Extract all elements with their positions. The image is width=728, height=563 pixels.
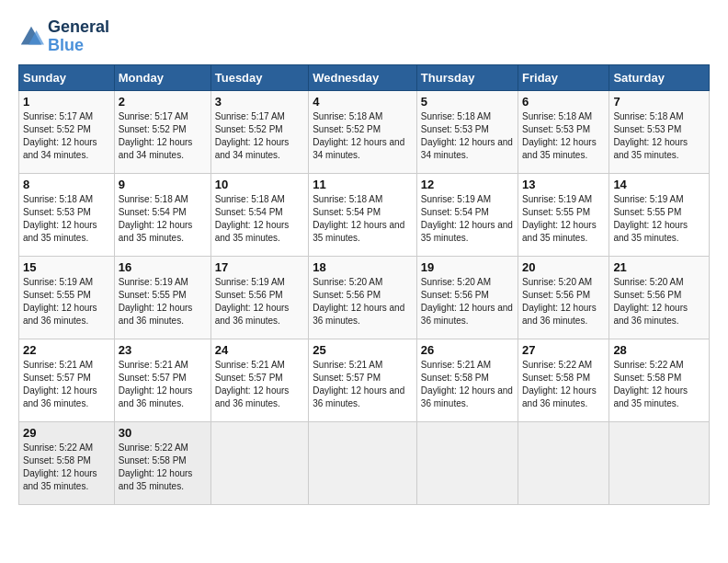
calendar-cell [416,421,518,504]
calendar-cell: 22 Sunrise: 5:21 AM Sunset: 5:57 PM Dayl… [19,339,115,421]
day-number: 28 [613,343,705,357]
calendar-cell: 26 Sunrise: 5:21 AM Sunset: 5:58 PM Dayl… [416,339,518,421]
calendar-week-4: 22 Sunrise: 5:21 AM Sunset: 5:57 PM Dayl… [19,339,710,421]
day-number: 27 [522,343,605,357]
calendar-cell: 3 Sunrise: 5:17 AM Sunset: 5:52 PM Dayli… [210,90,308,173]
day-number: 4 [313,95,413,109]
header-day-saturday: Saturday [609,64,710,90]
day-info: Sunrise: 5:22 AM Sunset: 5:58 PM Dayligh… [119,442,207,493]
calendar-cell [518,421,609,504]
calendar-cell: 29 Sunrise: 5:22 AM Sunset: 5:58 PM Dayl… [19,421,115,504]
calendar-week-3: 15 Sunrise: 5:19 AM Sunset: 5:55 PM Dayl… [19,256,710,339]
calendar-cell: 16 Sunrise: 5:19 AM Sunset: 5:55 PM Dayl… [114,256,210,339]
day-number: 18 [313,260,413,274]
day-info: Sunrise: 5:21 AM Sunset: 5:57 PM Dayligh… [119,359,207,410]
calendar-cell: 19 Sunrise: 5:20 AM Sunset: 5:56 PM Dayl… [416,256,518,339]
calendar-cell [609,421,710,504]
day-number: 22 [23,343,110,357]
day-info: Sunrise: 5:17 AM Sunset: 5:52 PM Dayligh… [215,110,304,162]
day-info: Sunrise: 5:22 AM Sunset: 5:58 PM Dayligh… [23,442,110,493]
calendar-cell: 6 Sunrise: 5:18 AM Sunset: 5:53 PM Dayli… [518,90,609,173]
day-info: Sunrise: 5:19 AM Sunset: 5:55 PM Dayligh… [119,276,207,327]
calendar-cell: 24 Sunrise: 5:21 AM Sunset: 5:57 PM Dayl… [210,339,308,421]
day-info: Sunrise: 5:19 AM Sunset: 5:54 PM Dayligh… [421,193,514,245]
day-number: 23 [119,343,207,357]
calendar-cell: 20 Sunrise: 5:20 AM Sunset: 5:56 PM Dayl… [518,256,609,339]
day-number: 3 [215,95,304,109]
day-info: Sunrise: 5:19 AM Sunset: 5:56 PM Dayligh… [215,276,304,327]
calendar-cell: 12 Sunrise: 5:19 AM Sunset: 5:54 PM Dayl… [416,173,518,256]
day-info: Sunrise: 5:22 AM Sunset: 5:58 PM Dayligh… [522,359,605,410]
calendar-cell: 7 Sunrise: 5:18 AM Sunset: 5:53 PM Dayli… [609,90,710,173]
calendar-week-1: 1 Sunrise: 5:17 AM Sunset: 5:52 PM Dayli… [19,90,710,173]
calendar-cell: 9 Sunrise: 5:18 AM Sunset: 5:54 PM Dayli… [114,173,210,256]
calendar-week-5: 29 Sunrise: 5:22 AM Sunset: 5:58 PM Dayl… [19,421,710,504]
header-row: SundayMondayTuesdayWednesdayThursdayFrid… [19,64,710,90]
calendar-cell: 14 Sunrise: 5:19 AM Sunset: 5:55 PM Dayl… [609,173,710,256]
day-number: 2 [119,95,207,109]
day-number: 19 [421,260,514,274]
day-info: Sunrise: 5:18 AM Sunset: 5:53 PM Dayligh… [522,110,605,162]
day-info: Sunrise: 5:18 AM Sunset: 5:54 PM Dayligh… [215,193,304,245]
calendar-cell: 2 Sunrise: 5:17 AM Sunset: 5:52 PM Dayli… [114,90,210,173]
day-number: 13 [522,178,605,191]
day-info: Sunrise: 5:21 AM Sunset: 5:58 PM Dayligh… [421,359,514,410]
day-number: 11 [313,178,413,191]
calendar-cell: 10 Sunrise: 5:18 AM Sunset: 5:54 PM Dayl… [210,173,308,256]
day-number: 21 [613,260,705,274]
day-number: 16 [119,260,207,274]
calendar-cell: 11 Sunrise: 5:18 AM Sunset: 5:54 PM Dayl… [309,173,417,256]
calendar-cell: 23 Sunrise: 5:21 AM Sunset: 5:57 PM Dayl… [114,339,210,421]
day-info: Sunrise: 5:19 AM Sunset: 5:55 PM Dayligh… [23,276,110,327]
day-info: Sunrise: 5:20 AM Sunset: 5:56 PM Dayligh… [313,276,413,327]
calendar-table: SundayMondayTuesdayWednesdayThursdayFrid… [18,64,710,505]
day-number: 26 [421,343,514,357]
day-number: 7 [613,95,705,109]
day-number: 17 [215,260,304,274]
day-info: Sunrise: 5:18 AM Sunset: 5:53 PM Dayligh… [613,110,705,162]
calendar-header: SundayMondayTuesdayWednesdayThursdayFrid… [19,64,710,90]
day-number: 10 [215,178,304,191]
day-info: Sunrise: 5:22 AM Sunset: 5:58 PM Dayligh… [613,359,705,410]
day-info: Sunrise: 5:20 AM Sunset: 5:56 PM Dayligh… [613,276,705,327]
day-info: Sunrise: 5:21 AM Sunset: 5:57 PM Dayligh… [215,359,304,410]
calendar-body: 1 Sunrise: 5:17 AM Sunset: 5:52 PM Dayli… [19,90,710,504]
day-number: 14 [613,178,705,191]
day-number: 20 [522,260,605,274]
day-info: Sunrise: 5:19 AM Sunset: 5:55 PM Dayligh… [522,193,605,245]
logo-icon [18,24,44,50]
calendar-cell: 21 Sunrise: 5:20 AM Sunset: 5:56 PM Dayl… [609,256,710,339]
day-info: Sunrise: 5:18 AM Sunset: 5:54 PM Dayligh… [119,193,207,245]
page-header: General Blue [18,18,710,55]
day-info: Sunrise: 5:18 AM Sunset: 5:54 PM Dayligh… [313,193,413,245]
day-number: 24 [215,343,304,357]
day-info: Sunrise: 5:18 AM Sunset: 5:52 PM Dayligh… [313,110,413,162]
logo: General Blue [18,18,109,55]
calendar-cell: 17 Sunrise: 5:19 AM Sunset: 5:56 PM Dayl… [210,256,308,339]
calendar-cell: 1 Sunrise: 5:17 AM Sunset: 5:52 PM Dayli… [19,90,115,173]
calendar-cell: 28 Sunrise: 5:22 AM Sunset: 5:58 PM Dayl… [609,339,710,421]
calendar-cell: 25 Sunrise: 5:21 AM Sunset: 5:57 PM Dayl… [309,339,417,421]
day-number: 6 [522,95,605,109]
day-info: Sunrise: 5:20 AM Sunset: 5:56 PM Dayligh… [522,276,605,327]
calendar-cell [309,421,417,504]
logo-text: General Blue [48,18,109,55]
day-number: 15 [23,260,110,274]
calendar-cell: 18 Sunrise: 5:20 AM Sunset: 5:56 PM Dayl… [309,256,417,339]
calendar-cell: 4 Sunrise: 5:18 AM Sunset: 5:52 PM Dayli… [309,90,417,173]
day-number: 1 [23,95,110,109]
calendar-week-2: 8 Sunrise: 5:18 AM Sunset: 5:53 PM Dayli… [19,173,710,256]
day-info: Sunrise: 5:18 AM Sunset: 5:53 PM Dayligh… [421,110,514,162]
day-number: 8 [23,178,110,191]
header-day-tuesday: Tuesday [210,64,308,90]
calendar-cell [210,421,308,504]
day-number: 25 [313,343,413,357]
calendar-cell: 5 Sunrise: 5:18 AM Sunset: 5:53 PM Dayli… [416,90,518,173]
day-info: Sunrise: 5:17 AM Sunset: 5:52 PM Dayligh… [119,110,207,162]
header-day-wednesday: Wednesday [309,64,417,90]
calendar-cell: 15 Sunrise: 5:19 AM Sunset: 5:55 PM Dayl… [19,256,115,339]
day-info: Sunrise: 5:19 AM Sunset: 5:55 PM Dayligh… [613,193,705,245]
header-day-thursday: Thursday [416,64,518,90]
day-number: 29 [23,426,110,440]
calendar-cell: 13 Sunrise: 5:19 AM Sunset: 5:55 PM Dayl… [518,173,609,256]
